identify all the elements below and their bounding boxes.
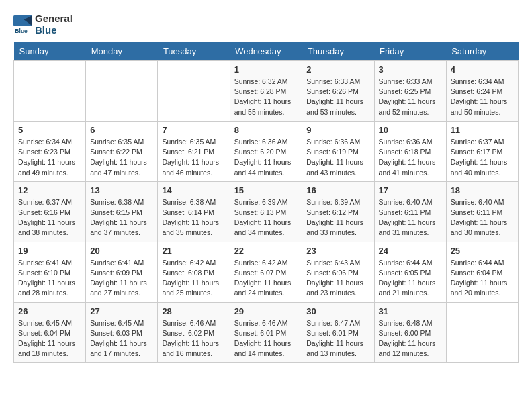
- day-info: Sunrise: 6:44 AM Sunset: 6:04 PM Dayligh…: [451, 258, 514, 299]
- day-info: Sunrise: 6:45 AM Sunset: 6:03 PM Dayligh…: [90, 318, 153, 359]
- day-info: Sunrise: 6:43 AM Sunset: 6:06 PM Dayligh…: [306, 258, 369, 299]
- day-number: 20: [90, 246, 153, 256]
- weekday-header-row: SundayMondayTuesdayWednesdayThursdayFrid…: [14, 42, 519, 61]
- day-info: Sunrise: 6:44 AM Sunset: 6:05 PM Dayligh…: [379, 258, 442, 299]
- day-info: Sunrise: 6:48 AM Sunset: 6:00 PM Dayligh…: [379, 318, 442, 359]
- calendar-cell: [446, 302, 518, 363]
- day-number: 14: [162, 185, 225, 195]
- day-number: 18: [451, 185, 514, 195]
- day-number: 28: [162, 306, 225, 316]
- calendar-cell: 11Sunrise: 6:37 AM Sunset: 6:17 PM Dayli…: [446, 121, 518, 181]
- day-number: 21: [162, 246, 225, 256]
- day-number: 15: [234, 185, 298, 195]
- day-number: 19: [18, 246, 81, 256]
- day-info: Sunrise: 6:36 AM Sunset: 6:18 PM Dayligh…: [379, 137, 442, 178]
- weekday-header-monday: Monday: [86, 42, 158, 61]
- day-number: 8: [234, 125, 298, 135]
- svg-text:Blue: Blue: [15, 27, 28, 34]
- weekday-header-tuesday: Tuesday: [158, 42, 230, 61]
- day-info: Sunrise: 6:40 AM Sunset: 6:11 PM Dayligh…: [379, 197, 442, 238]
- calendar-cell: 30Sunrise: 6:47 AM Sunset: 6:01 PM Dayli…: [302, 302, 374, 363]
- calendar-cell: 28Sunrise: 6:46 AM Sunset: 6:02 PM Dayli…: [158, 302, 230, 363]
- week-row-4: 19Sunrise: 6:41 AM Sunset: 6:10 PM Dayli…: [14, 242, 519, 302]
- day-info: Sunrise: 6:37 AM Sunset: 6:17 PM Dayligh…: [451, 137, 514, 178]
- day-info: Sunrise: 6:47 AM Sunset: 6:01 PM Dayligh…: [306, 318, 369, 359]
- calendar-cell: 15Sunrise: 6:39 AM Sunset: 6:13 PM Dayli…: [230, 181, 302, 242]
- page-header: Blue General Blue: [13, 13, 519, 36]
- calendar-cell: 2Sunrise: 6:33 AM Sunset: 6:26 PM Daylig…: [302, 61, 374, 122]
- calendar-cell: [86, 61, 158, 122]
- day-info: Sunrise: 6:34 AM Sunset: 6:23 PM Dayligh…: [18, 137, 81, 178]
- day-info: Sunrise: 6:38 AM Sunset: 6:15 PM Dayligh…: [90, 197, 153, 238]
- day-info: Sunrise: 6:46 AM Sunset: 6:02 PM Dayligh…: [162, 318, 225, 359]
- day-number: 29: [234, 306, 298, 316]
- calendar-cell: 27Sunrise: 6:45 AM Sunset: 6:03 PM Dayli…: [86, 302, 158, 363]
- day-number: 6: [90, 125, 153, 135]
- day-number: 4: [451, 64, 514, 75]
- day-number: 1: [234, 64, 298, 75]
- day-info: Sunrise: 6:36 AM Sunset: 6:20 PM Dayligh…: [234, 137, 298, 178]
- day-info: Sunrise: 6:35 AM Sunset: 6:22 PM Dayligh…: [90, 137, 153, 178]
- day-info: Sunrise: 6:41 AM Sunset: 6:09 PM Dayligh…: [90, 258, 153, 299]
- calendar-cell: 4Sunrise: 6:34 AM Sunset: 6:24 PM Daylig…: [446, 61, 518, 122]
- day-number: 7: [162, 125, 225, 135]
- day-number: 26: [18, 306, 81, 316]
- day-number: 3: [379, 64, 442, 75]
- day-number: 22: [234, 246, 298, 256]
- week-row-2: 5Sunrise: 6:34 AM Sunset: 6:23 PM Daylig…: [14, 121, 519, 181]
- day-number: 17: [379, 185, 442, 195]
- day-number: 10: [379, 125, 442, 135]
- day-number: 12: [18, 185, 81, 195]
- day-info: Sunrise: 6:34 AM Sunset: 6:24 PM Dayligh…: [451, 77, 514, 118]
- day-info: Sunrise: 6:33 AM Sunset: 6:26 PM Dayligh…: [306, 77, 369, 118]
- calendar-cell: 16Sunrise: 6:39 AM Sunset: 6:12 PM Dayli…: [302, 181, 374, 242]
- day-number: 31: [379, 306, 442, 316]
- day-number: 24: [379, 246, 442, 256]
- calendar-cell: 31Sunrise: 6:48 AM Sunset: 6:00 PM Dayli…: [374, 302, 446, 363]
- calendar-cell: 24Sunrise: 6:44 AM Sunset: 6:05 PM Dayli…: [374, 242, 446, 302]
- week-row-3: 12Sunrise: 6:37 AM Sunset: 6:16 PM Dayli…: [14, 181, 519, 242]
- calendar-cell: 13Sunrise: 6:38 AM Sunset: 6:15 PM Dayli…: [86, 181, 158, 242]
- weekday-header-wednesday: Wednesday: [230, 42, 302, 61]
- calendar-cell: 23Sunrise: 6:43 AM Sunset: 6:06 PM Dayli…: [302, 242, 374, 302]
- weekday-header-thursday: Thursday: [302, 42, 374, 61]
- day-number: 9: [306, 125, 369, 135]
- calendar-cell: 12Sunrise: 6:37 AM Sunset: 6:16 PM Dayli…: [14, 181, 86, 242]
- logo-icon: Blue: [13, 15, 32, 34]
- day-number: 2: [306, 64, 369, 75]
- day-info: Sunrise: 6:40 AM Sunset: 6:11 PM Dayligh…: [451, 197, 514, 238]
- weekday-header-saturday: Saturday: [446, 42, 518, 61]
- day-info: Sunrise: 6:42 AM Sunset: 6:08 PM Dayligh…: [162, 258, 225, 299]
- calendar-cell: 14Sunrise: 6:38 AM Sunset: 6:14 PM Dayli…: [158, 181, 230, 242]
- calendar-cell: 22Sunrise: 6:42 AM Sunset: 6:07 PM Dayli…: [230, 242, 302, 302]
- calendar-table: SundayMondayTuesdayWednesdayThursdayFrid…: [13, 42, 519, 363]
- logo-blue-text: Blue: [35, 25, 73, 36]
- week-row-5: 26Sunrise: 6:45 AM Sunset: 6:04 PM Dayli…: [14, 302, 519, 363]
- calendar-cell: 21Sunrise: 6:42 AM Sunset: 6:08 PM Dayli…: [158, 242, 230, 302]
- day-number: 5: [18, 125, 81, 135]
- calendar-cell: 1Sunrise: 6:32 AM Sunset: 6:28 PM Daylig…: [230, 61, 302, 122]
- day-info: Sunrise: 6:36 AM Sunset: 6:19 PM Dayligh…: [306, 137, 369, 178]
- calendar-cell: 5Sunrise: 6:34 AM Sunset: 6:23 PM Daylig…: [14, 121, 86, 181]
- calendar-cell: 20Sunrise: 6:41 AM Sunset: 6:09 PM Dayli…: [86, 242, 158, 302]
- day-info: Sunrise: 6:38 AM Sunset: 6:14 PM Dayligh…: [162, 197, 225, 238]
- calendar-cell: 29Sunrise: 6:46 AM Sunset: 6:01 PM Dayli…: [230, 302, 302, 363]
- day-info: Sunrise: 6:45 AM Sunset: 6:04 PM Dayligh…: [18, 318, 81, 359]
- calendar-cell: 6Sunrise: 6:35 AM Sunset: 6:22 PM Daylig…: [86, 121, 158, 181]
- day-info: Sunrise: 6:42 AM Sunset: 6:07 PM Dayligh…: [234, 258, 298, 299]
- day-number: 27: [90, 306, 153, 316]
- calendar-cell: 26Sunrise: 6:45 AM Sunset: 6:04 PM Dayli…: [14, 302, 86, 363]
- calendar-cell: 9Sunrise: 6:36 AM Sunset: 6:19 PM Daylig…: [302, 121, 374, 181]
- day-info: Sunrise: 6:39 AM Sunset: 6:12 PM Dayligh…: [306, 197, 369, 238]
- day-info: Sunrise: 6:41 AM Sunset: 6:10 PM Dayligh…: [18, 258, 81, 299]
- day-number: 16: [306, 185, 369, 195]
- logo-general-text: General: [35, 13, 73, 25]
- calendar-cell: 7Sunrise: 6:35 AM Sunset: 6:21 PM Daylig…: [158, 121, 230, 181]
- day-info: Sunrise: 6:35 AM Sunset: 6:21 PM Dayligh…: [162, 137, 225, 178]
- week-row-1: 1Sunrise: 6:32 AM Sunset: 6:28 PM Daylig…: [14, 61, 519, 122]
- day-number: 23: [306, 246, 369, 256]
- calendar-cell: 3Sunrise: 6:33 AM Sunset: 6:25 PM Daylig…: [374, 61, 446, 122]
- weekday-header-friday: Friday: [374, 42, 446, 61]
- day-number: 25: [451, 246, 514, 256]
- day-info: Sunrise: 6:46 AM Sunset: 6:01 PM Dayligh…: [234, 318, 298, 359]
